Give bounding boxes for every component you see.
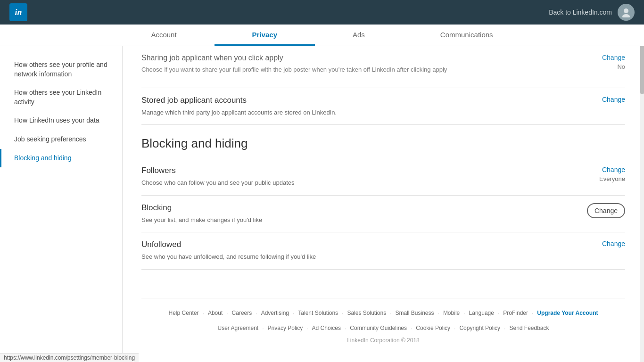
svg-point-1 (622, 14, 630, 17)
top-bar: in Back to LinkedIn.com (0, 0, 644, 25)
footer-ad-choices[interactable]: Ad Choices (308, 324, 345, 333)
tab-communications[interactable]: Communications (403, 25, 531, 46)
footer-links: Help Center · About · Careers · Advertis… (160, 308, 606, 319)
partial-change-link[interactable]: Change (602, 54, 625, 61)
back-to-linkedin[interactable]: Back to LinkedIn.com (549, 8, 612, 16)
followers-title: Followers (141, 166, 587, 175)
main-content: Sharing job applicant when you click app… (123, 46, 644, 362)
sidebar-item-data-usage[interactable]: How LinkedIn uses your data (0, 111, 122, 130)
followers-value: Everyone (599, 175, 625, 182)
blocking-row: Blocking See your list, and make changes… (141, 196, 625, 233)
status-bar: https://www.linkedin.com/psettings/membe… (0, 353, 139, 362)
footer-mobile[interactable]: Mobile (439, 308, 463, 319)
avatar[interactable] (618, 4, 635, 21)
page-wrapper: How others see your profile and network … (0, 46, 644, 362)
partial-action: Change No (602, 54, 625, 70)
partial-desc: Choose if you want to share your full pr… (141, 65, 602, 74)
tab-privacy[interactable]: Privacy (215, 25, 315, 46)
unfollowed-row: Unfollowed See who you have unfollowed, … (141, 232, 625, 270)
svg-point-0 (624, 8, 628, 13)
stored-job-title: Stored job applicant accounts (141, 96, 587, 105)
footer-privacy-policy[interactable]: Privacy Policy (264, 324, 307, 333)
unfollowed-change[interactable]: Change (602, 240, 625, 247)
footer-legal: User Agreement · Privacy Policy · Ad Cho… (160, 324, 606, 333)
followers-change[interactable]: Change (602, 166, 625, 173)
sidebar-item-blocking-hiding[interactable]: Blocking and hiding (0, 149, 122, 168)
sidebar: How others see your profile and network … (0, 46, 123, 362)
blocking-action: Change (578, 203, 625, 218)
footer-user-agreement[interactable]: User Agreement (214, 324, 262, 333)
footer-profinder[interactable]: ProFinder (499, 308, 532, 319)
secondary-nav: Account Privacy Ads Communications (0, 25, 644, 46)
footer-upgrade[interactable]: Upgrade Your Account (533, 308, 602, 319)
tab-account[interactable]: Account (113, 25, 214, 46)
blocking-section-header: Blocking and hiding (141, 125, 625, 158)
logo-area: in (9, 3, 27, 21)
footer-language[interactable]: Language (465, 308, 498, 319)
partial-info: Sharing job applicant when you click app… (141, 54, 602, 74)
tab-ads[interactable]: Ads (315, 25, 403, 46)
partial-section: Sharing job applicant when you click app… (141, 46, 625, 88)
footer-help-center[interactable]: Help Center (165, 308, 203, 319)
followers-action: Change Everyone (587, 166, 625, 182)
followers-desc: Choose who can follow you and see your p… (141, 178, 587, 188)
blocking-info: Blocking See your list, and make changes… (141, 203, 578, 225)
blocking-desc: See your list, and make changes if you'd… (141, 215, 578, 225)
blocking-title: Blocking (141, 203, 578, 213)
unfollowed-info: Unfollowed See who you have unfollowed, … (141, 240, 587, 262)
footer: Help Center · About · Careers · Advertis… (141, 298, 625, 353)
footer-cookie-policy[interactable]: Cookie Policy (412, 324, 454, 333)
footer-copyright-policy[interactable]: Copyright Policy (455, 324, 504, 333)
sidebar-item-job-seeking[interactable]: Job seeking preferences (0, 130, 122, 149)
footer-copyright: LinkedIn Corporation © 2018 (160, 337, 606, 344)
sidebar-item-profile-visibility[interactable]: How others see your profile and network … (0, 56, 122, 83)
footer-advertising[interactable]: Advertising (257, 308, 293, 319)
stored-job-info: Stored job applicant accounts Manage whi… (141, 96, 587, 117)
footer-community-guidelines[interactable]: Community Guidelines (346, 324, 411, 333)
footer-talent-solutions[interactable]: Talent Solutions (294, 308, 342, 319)
footer-careers[interactable]: Careers (228, 308, 256, 319)
unfollowed-title: Unfollowed (141, 240, 587, 249)
unfollowed-desc: See who you have unfollowed, and resume … (141, 252, 587, 262)
followers-row: Followers Choose who can follow you and … (141, 158, 625, 196)
partial-value: No (617, 63, 625, 70)
blocking-change-circled[interactable]: Change (587, 203, 625, 218)
linkedin-logo[interactable]: in (9, 3, 27, 21)
stored-job-desc: Manage which third party job applicant a… (141, 108, 587, 117)
top-bar-right: Back to LinkedIn.com (549, 4, 635, 21)
stored-job-change[interactable]: Change (602, 96, 625, 103)
followers-info: Followers Choose who can follow you and … (141, 166, 587, 188)
footer-small-business[interactable]: Small Business (392, 308, 438, 319)
unfollowed-action: Change (587, 240, 625, 247)
footer-send-feedback[interactable]: Send Feedback (505, 324, 553, 333)
footer-about[interactable]: About (204, 308, 226, 319)
footer-sales-solutions[interactable]: Sales Solutions (343, 308, 390, 319)
stored-job-action: Change (587, 96, 625, 103)
partial-title: Sharing job applicant when you click app… (141, 54, 602, 62)
scrollbar-track[interactable] (640, 0, 644, 362)
sidebar-item-linkedin-activity[interactable]: How others see your LinkedIn activity (0, 83, 122, 111)
stored-job-row: Stored job applicant accounts Manage whi… (141, 88, 625, 125)
